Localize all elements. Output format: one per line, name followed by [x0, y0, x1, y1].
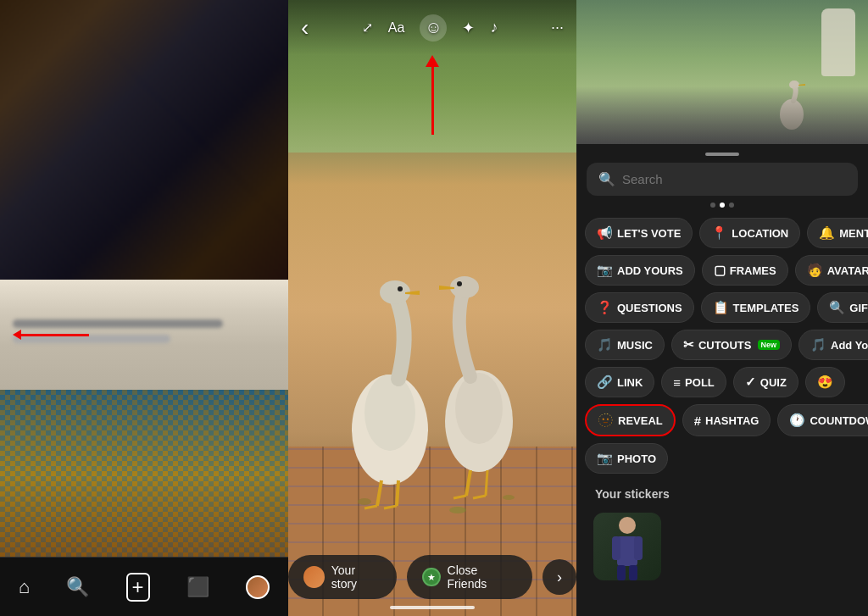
- add-yours-music-chip[interactable]: 🎵 Add Yours Music New: [798, 330, 868, 360]
- sticker-row-4: 🎵 MUSIC ✂ CUTOUTS New 🎵 Add Yours Music …: [585, 330, 860, 360]
- drag-handle[interactable]: [705, 153, 739, 156]
- hashtag-chip[interactable]: # HASHTAG: [682, 404, 771, 436]
- photo-chip[interactable]: 📷 PHOTO: [585, 443, 668, 474]
- link-icon: 🔗: [597, 375, 613, 390]
- sticker-search-bar[interactable]: 🔍: [587, 163, 858, 196]
- poll-chip[interactable]: ≡ POLL: [661, 367, 726, 397]
- your-stickers-row: [585, 513, 860, 580]
- toolbar-center: ⤢ Aa ☺ ✦ ♪: [362, 14, 498, 42]
- sparkle-button[interactable]: ✦: [462, 19, 475, 37]
- nav-search[interactable]: 🔍: [66, 576, 89, 598]
- questions-icon: ❓: [597, 300, 613, 315]
- more-button[interactable]: ···: [551, 19, 564, 36]
- sticker-thumb-1[interactable]: [593, 513, 661, 580]
- sticker-arrow-indicator: [426, 55, 439, 135]
- svg-line-15: [473, 496, 486, 498]
- next-icon: ›: [557, 569, 562, 586]
- sticker-row-7: 📷 PHOTO: [585, 443, 860, 474]
- mention-label: MENTION: [839, 227, 868, 240]
- feed-top-blur: [0, 0, 288, 286]
- nav-reels[interactable]: ⬛: [186, 576, 209, 598]
- up-arrow-head: [426, 55, 439, 67]
- expand-button[interactable]: ⤢: [362, 19, 373, 36]
- svg-point-10: [450, 276, 479, 298]
- search-icon: 🔍: [66, 576, 89, 598]
- reveal-chip[interactable]: 🫥 REVEAL: [585, 404, 676, 436]
- link-chip[interactable]: 🔗 LINK: [585, 367, 654, 397]
- svg-rect-26: [629, 565, 637, 580]
- close-friends-button[interactable]: ★ Close Friends: [407, 555, 531, 599]
- link-label: LINK: [617, 376, 643, 389]
- poll-label: POLL: [685, 376, 715, 389]
- reveal-label: REVEAL: [618, 414, 663, 427]
- photo-icon: 📷: [597, 451, 613, 466]
- your-story-label: Your story: [331, 563, 382, 591]
- your-story-button[interactable]: Your story: [288, 555, 397, 599]
- emoji-chip-2[interactable]: 😍: [805, 367, 845, 397]
- svg-line-12: [466, 470, 470, 496]
- svg-rect-23: [612, 536, 620, 560]
- pixel-overlay: [0, 390, 288, 557]
- heart-eyes-icon-2: 😍: [817, 375, 833, 390]
- templates-icon: 📋: [713, 300, 729, 315]
- music-button[interactable]: ♪: [490, 19, 498, 36]
- your-stickers-label: Your stickers: [585, 480, 860, 506]
- back-button[interactable]: ‹: [301, 14, 309, 42]
- templates-chip[interactable]: 📋 TEMPLATES: [701, 292, 811, 323]
- svg-line-5: [397, 480, 398, 506]
- gif-chip[interactable]: 🔍 GIF: [817, 292, 868, 323]
- mention-icon: 🔔: [819, 225, 835, 241]
- frames-chip[interactable]: ▢ FRAMES: [702, 255, 788, 286]
- svg-point-20: [789, 80, 799, 89]
- svg-point-9: [455, 373, 503, 444]
- templates-label: TEMPLATES: [733, 302, 799, 314]
- svg-line-6: [364, 506, 377, 508]
- mention-chip[interactable]: 🔔 MENTION: [807, 218, 868, 248]
- feed-bottom-blur: [0, 390, 288, 557]
- sticker-button[interactable]: ☺: [420, 14, 447, 42]
- quiz-label: QUIZ: [760, 376, 787, 389]
- lets-vote-chip[interactable]: 📢 LET'S VOTE: [585, 218, 693, 248]
- svg-line-14: [453, 496, 466, 498]
- add-yours-icon: 📷: [597, 263, 613, 278]
- questions-chip[interactable]: ❓ QUESTIONS: [585, 292, 694, 323]
- nav-home[interactable]: ⌂: [19, 576, 30, 598]
- svg-point-17: [449, 507, 466, 513]
- avatar-icon: 🧑: [807, 263, 823, 278]
- close-friends-label: Close Friends: [448, 563, 517, 591]
- reels-icon: ⬛: [186, 576, 209, 598]
- cutouts-label: CUTOUTS: [698, 339, 752, 352]
- location-chip[interactable]: 📍 LOCATION: [699, 218, 800, 248]
- music-chip[interactable]: 🎵 MUSIC: [585, 330, 665, 360]
- svg-line-13: [486, 470, 487, 496]
- search-input[interactable]: [622, 172, 846, 186]
- countdown-chip[interactable]: 🕐 COUNTDOWN: [777, 404, 868, 436]
- up-arrow-line: [431, 67, 434, 135]
- svg-point-16: [358, 498, 371, 505]
- home-indicator: [390, 606, 475, 609]
- avatar-chip[interactable]: 🧑 AVATAR: [795, 255, 868, 286]
- sticker-row-1: 📢 LET'S VOTE 📍 LOCATION 🔔 MENTION: [585, 218, 860, 248]
- nature-background: [576, 0, 868, 144]
- cutouts-chip[interactable]: ✂ CUTOUTS New: [671, 330, 792, 360]
- reveal-icon: 🫥: [598, 413, 614, 428]
- home-icon: ⌂: [19, 576, 30, 598]
- text-button[interactable]: Aa: [388, 20, 405, 36]
- left-red-arrow: [13, 330, 89, 340]
- cutouts-icon: ✂: [683, 337, 694, 352]
- lets-vote-icon: 📢: [597, 225, 613, 241]
- hashtag-label: HASHTAG: [705, 414, 759, 427]
- nav-profile[interactable]: [246, 575, 270, 599]
- add-yours-chip[interactable]: 📷 ADD YOURS: [585, 255, 695, 286]
- countdown-label: COUNTDOWN: [810, 414, 868, 427]
- sticker-row-5: 🔗 LINK ≡ POLL ✓ QUIZ 😍: [585, 367, 860, 397]
- quiz-icon: ✓: [745, 375, 756, 390]
- photo-label: PHOTO: [617, 452, 656, 465]
- sticker-row-6: 🫥 REVEAL # HASHTAG 🕐 COUNTDOWN: [585, 404, 860, 436]
- music-chip-icon: 🎵: [597, 337, 613, 352]
- quiz-chip[interactable]: ✓ QUIZ: [733, 367, 798, 397]
- nav-create[interactable]: +: [126, 573, 150, 602]
- next-button[interactable]: ›: [542, 559, 576, 595]
- location-label: LOCATION: [732, 227, 788, 240]
- arrow-head: [13, 330, 21, 340]
